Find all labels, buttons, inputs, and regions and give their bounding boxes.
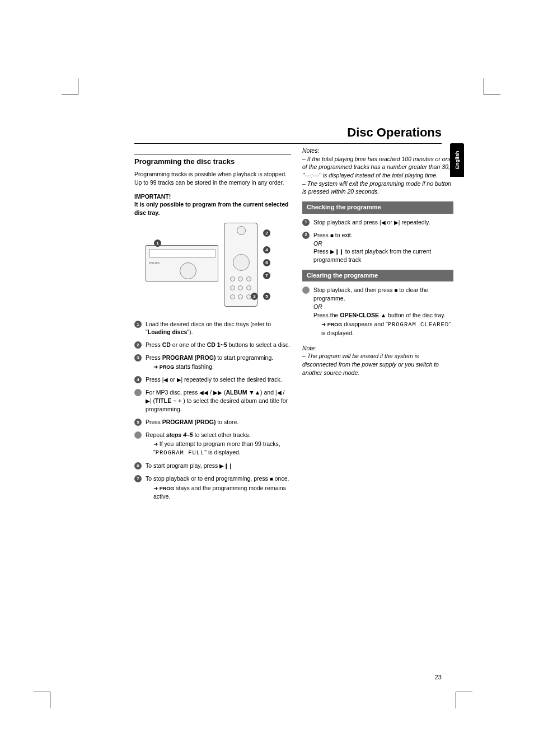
step-text: / xyxy=(208,389,213,396)
step-marker-5: 5 xyxy=(134,419,142,426)
step-marker-6: 6 xyxy=(134,462,142,469)
step-text: ALBUM ▼▲ xyxy=(226,389,260,396)
step-text: Press xyxy=(146,341,162,348)
diagram-display xyxy=(149,249,216,258)
bullet-marker xyxy=(134,431,142,439)
step-4: 4Press |◀ or ▶| repeatedly to select the… xyxy=(134,375,291,384)
step-text: or xyxy=(168,376,176,383)
fastforward-icon: ▶▶ xyxy=(213,389,222,397)
open-close-label: OPEN•CLOSE ▲ xyxy=(340,312,386,318)
step-text: Press xyxy=(146,419,162,425)
diagram-remote-top xyxy=(237,226,246,235)
or-text: OR xyxy=(313,240,322,247)
display-text: PROGRAM CLEARED xyxy=(388,321,449,328)
step-text: Press xyxy=(313,232,330,238)
step-text: button of the disc tray. xyxy=(386,312,445,318)
step-7: 7To stop playback or to end programming,… xyxy=(134,475,291,501)
step-marker-1: 1 xyxy=(134,321,142,328)
diagram-main-unit: PHILIPS xyxy=(146,245,218,281)
prev-track-icon: |◀ xyxy=(275,389,282,397)
step-text: Repeat xyxy=(146,431,166,438)
title-rule xyxy=(134,143,442,144)
crop-mark xyxy=(34,692,50,708)
notes-label: Notes: xyxy=(302,147,319,154)
step-text: to start programming. xyxy=(216,354,273,361)
step-text: disappears and " xyxy=(342,321,387,327)
step-text: "). xyxy=(187,328,193,335)
step-sub: PROG disappears and "PROGRAM CLEARED" is… xyxy=(313,320,453,337)
step-text: CD xyxy=(162,341,171,348)
diagram-callout-4: 4 xyxy=(263,246,270,253)
step-3: 3Press PROGRAM (PROG) to start programmi… xyxy=(134,354,291,372)
step-text: PROG xyxy=(327,322,343,327)
step-marker-4: 4 xyxy=(134,376,142,383)
step-text: Stop playback, and then press xyxy=(313,287,394,293)
note-block-2: Note: – The program will be erased if th… xyxy=(302,344,453,377)
subheading-checking: Checking the programme xyxy=(302,201,453,213)
step-text: Press xyxy=(146,376,162,383)
step-text: " is displayed. xyxy=(204,449,240,456)
step-text: PROG xyxy=(160,364,175,370)
note-text: – The system will exit the programming m… xyxy=(302,180,451,195)
step-text: TITLE − + xyxy=(155,397,181,404)
step-text: buttons to select a disc. xyxy=(227,341,291,348)
step-text: Press xyxy=(313,248,330,255)
check-step-2: 2Press ■ to exit. OR Press ▶❙❙ to start … xyxy=(302,231,453,264)
important-label: IMPORTANT! xyxy=(134,193,171,200)
clear-step: Stop playback, and then press ■ to clear… xyxy=(302,286,453,337)
display-text: PROGRAM FULL xyxy=(156,449,205,456)
step-text: / xyxy=(282,389,285,396)
next-track-icon: ▶| xyxy=(146,397,152,405)
rewind-icon: ◀◀ xyxy=(199,389,208,397)
prev-track-icon: |◀ xyxy=(380,219,386,227)
or-text: OR xyxy=(313,303,322,310)
right-column: Notes: – If the total playing time has r… xyxy=(302,147,453,382)
step-text: starts flashing. xyxy=(174,363,214,370)
intro-paragraph: Programming tracks is possible when play… xyxy=(134,170,291,186)
important-text: It is only possible to program from the … xyxy=(134,201,288,216)
crop-mark xyxy=(456,692,472,708)
device-diagram: PHILIPS 1 2 4 6 7 3 5 xyxy=(146,223,280,312)
next-track-icon: ▶| xyxy=(177,376,183,384)
bullet-marker xyxy=(134,389,142,396)
step-text: repeatedly to select the desired track. xyxy=(182,376,282,383)
diagram-brand-text: PHILIPS xyxy=(149,261,160,265)
note-text: – If the total playing time has reached … xyxy=(302,156,452,179)
step-sub: PROG stays and the programming mode rema… xyxy=(146,484,291,501)
step-1: 1Load the desired discs on the disc tray… xyxy=(134,320,291,336)
step-text: ) and xyxy=(260,389,275,396)
steps-list: 1Load the desired discs on the disc tray… xyxy=(134,320,291,501)
play-pause-icon: ▶❙❙ xyxy=(219,462,233,470)
step-text: PROG xyxy=(160,486,175,491)
step-text: once. xyxy=(273,475,289,482)
diagram-jog-wheel xyxy=(180,262,196,279)
left-column: Programming the disc tracks Programming … xyxy=(134,154,291,505)
diagram-callout-2: 2 xyxy=(263,229,270,237)
step-text: To start program play, press xyxy=(146,462,219,469)
diagram-callout-5: 5 xyxy=(263,293,270,300)
step-text: To stop playback or to end programming, … xyxy=(146,475,270,482)
step-text: CD 1~5 xyxy=(207,341,227,348)
step-text: Stop playback and press xyxy=(313,219,380,226)
step-text: Loading discs xyxy=(148,328,188,335)
step-5: 5Press PROGRAM (PROG) to store. xyxy=(134,418,291,426)
notes-block: Notes: – If the total playing time has r… xyxy=(302,147,453,196)
step-2: 2Press CD or one of the CD 1~5 buttons t… xyxy=(134,341,291,349)
play-pause-icon: ▶❙❙ xyxy=(330,248,344,256)
step-text: to store. xyxy=(216,419,238,425)
step-text: Press the xyxy=(313,312,340,318)
prev-track-icon: |◀ xyxy=(162,376,168,384)
step-text: steps 4–5 xyxy=(166,431,193,438)
important-block: IMPORTANT! It is only possible to progra… xyxy=(134,192,291,217)
step-text: Press xyxy=(146,354,162,361)
diagram-callout-6: 6 xyxy=(263,259,270,266)
crop-mark xyxy=(62,78,78,95)
step-text: to exit. xyxy=(334,232,353,238)
step-text: to select other tracks. xyxy=(193,431,251,438)
section-heading-programming: Programming the disc tracks xyxy=(134,154,291,167)
diagram-callout-1: 1 xyxy=(154,240,161,247)
step-text: PROGRAM (PROG) xyxy=(162,419,216,425)
step-text: or xyxy=(386,219,394,226)
step-text: or one of the xyxy=(171,341,207,348)
step-6: 6To start program play, press ▶❙❙ xyxy=(134,462,291,470)
